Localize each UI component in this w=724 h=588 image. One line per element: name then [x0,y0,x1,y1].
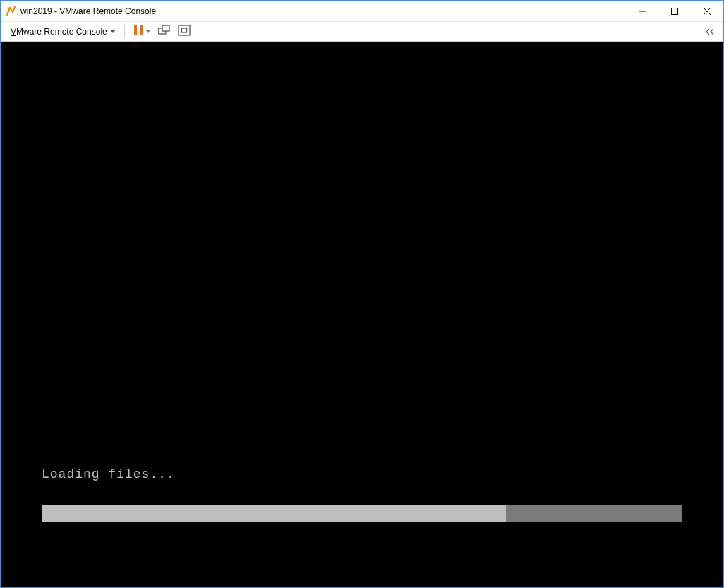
svg-rect-5 [134,25,137,35]
svg-rect-11 [181,28,186,32]
send-cad-icon [158,25,171,39]
app-icon [5,6,16,17]
guest-console[interactable]: Loading files... [1,42,723,587]
boot-status-text: Loading files... [42,467,175,481]
svg-rect-1 [672,8,678,14]
window-title: win2019 - VMware Remote Console [20,6,156,16]
toolbar-separator [124,25,125,38]
fullscreen-button[interactable] [175,23,193,40]
chevron-down-icon [110,30,116,33]
svg-marker-4 [110,30,116,33]
boot-progress-fill [42,505,506,522]
svg-rect-9 [162,25,169,31]
fullscreen-icon [178,25,191,39]
toolbar: VMware Remote Console [1,22,723,42]
titlebar: win2019 - VMware Remote Console [1,1,723,22]
boot-progress-bar [42,505,682,522]
maximize-button[interactable] [658,1,691,21]
menu-label-accelerator: V [11,27,16,37]
svg-rect-6 [140,25,143,35]
svg-rect-10 [179,25,190,35]
close-button[interactable] [691,1,723,21]
window-controls [626,1,723,21]
chevron-down-icon [145,30,151,33]
send-ctrl-alt-del-button[interactable] [155,23,174,40]
collapse-toolbar-button[interactable] [702,24,718,40]
menu-label: Mware Remote Console [16,27,107,37]
svg-marker-7 [145,30,151,33]
minimize-button[interactable] [626,1,658,21]
pause-icon [133,25,143,39]
main-menu-button[interactable]: VMware Remote Console [8,25,119,38]
chevrons-left-icon [705,25,715,38]
pause-button[interactable] [131,23,154,40]
